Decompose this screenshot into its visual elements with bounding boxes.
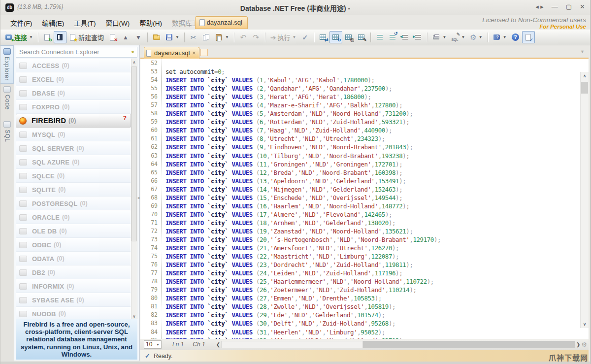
code-line: INSERT INTO `city` VALUES (3,'Herat','AF… <box>165 93 580 101</box>
unformat-button[interactable]: ↺ <box>386 31 399 43</box>
indent-right-button[interactable]: ▸ <box>412 31 425 43</box>
document-tab-button[interactable]: dayanzai.sql <box>195 16 248 29</box>
db-item-sql-azure[interactable]: SQL AZURE(0) <box>16 155 131 169</box>
refresh-button[interactable]: ↻ <box>41 31 54 43</box>
code-line: INSERT INTO `city` VALUES (20,'´s-Hertog… <box>165 235 580 244</box>
editor-vscrollbar[interactable]: ∧ ∨ <box>580 72 589 328</box>
db-item-sybase-ase[interactable]: SYBASE ASE(0) <box>16 293 131 307</box>
code-line: INSERT INTO `city` VALUES (30,'Delft','N… <box>165 319 580 328</box>
zoom-select[interactable]: 10▼ <box>144 340 162 349</box>
validate-button[interactable]: ✓ <box>298 31 311 43</box>
scroll-up-icon[interactable]: ∧ <box>581 72 589 80</box>
scroll-thumb[interactable] <box>581 82 588 94</box>
redo-button[interactable]: ↷ <box>250 31 263 43</box>
next-button[interactable]: ▼ <box>132 31 145 43</box>
grid-copy-button[interactable]: ⎘ <box>342 31 355 43</box>
scroll-thumb[interactable] <box>131 66 137 241</box>
search-input[interactable]: Search Connection Explorer * <box>16 47 137 58</box>
menu-工具(T)[interactable]: 工具(T) <box>69 15 100 31</box>
status-bar: ✓ Ready. <box>140 350 589 362</box>
scroll-up-icon[interactable]: ∧ <box>131 59 137 66</box>
close-query-button[interactable]: ✕ <box>106 31 119 43</box>
tab-explorer[interactable]: Explorer <box>0 45 14 84</box>
db-item-sql-server[interactable]: SQL SERVER(0) <box>16 141 131 155</box>
hscroll-thumb[interactable] <box>221 341 363 348</box>
menu-文件(F)[interactable]: 文件(F) <box>5 15 37 31</box>
editor-pane: dayanzai.sql × ▼ 52535455565758596061626… <box>140 45 589 350</box>
tab-close-icon[interactable]: × <box>192 50 196 57</box>
code-line: INSERT INTO `city` VALUES (26,'Zoetermee… <box>165 286 580 294</box>
db-item-access[interactable]: ACCESS(0) <box>16 59 131 72</box>
window-nav-icon[interactable]: ◂ ▸ <box>535 3 544 10</box>
tab-code[interactable]: Code <box>0 84 14 112</box>
paste-button[interactable]: ▼ <box>213 31 231 43</box>
check-icon: ✓ <box>302 33 308 41</box>
odata-icon <box>19 256 27 262</box>
doc-check-button[interactable]: ✓ <box>522 31 535 43</box>
copy-button[interactable] <box>200 31 213 43</box>
about-button[interactable]: ? <box>509 31 522 43</box>
tab-list-icon[interactable]: ▼ <box>580 49 585 54</box>
cut-button[interactable]: ✂ <box>187 31 200 43</box>
transform-grid-button[interactable]: ⇄ <box>317 31 329 43</box>
db-item-mysql[interactable]: MYSQL(0) <box>16 128 131 141</box>
db-item-excel[interactable]: EXCEL(0) <box>16 72 131 86</box>
help-book-button[interactable]: ▼ <box>491 31 509 43</box>
hscroll-left-icon[interactable]: ❮ <box>216 342 220 347</box>
close-button[interactable]: ✕ <box>580 3 585 10</box>
db-item-nuodb[interactable]: NUODB(0) <box>16 307 131 321</box>
grid-view-button[interactable]: ↻ <box>329 31 342 43</box>
minimize-button[interactable]: — <box>552 3 558 10</box>
db-item-oracle[interactable]: ORACLE(0) <box>16 210 131 224</box>
grid-save-button[interactable]: ✎ <box>355 31 368 43</box>
print-button[interactable]: ▼ <box>430 31 449 43</box>
scroll-down-icon[interactable]: ∨ <box>581 320 589 328</box>
db-item-odata[interactable]: ODATA(0) <box>16 252 131 265</box>
undo-button[interactable]: ↶ <box>237 31 250 43</box>
db-item-informix[interactable]: INFORMIX(0) <box>16 279 131 293</box>
db-name: ORACLE <box>32 214 60 221</box>
collapse-handle-icon[interactable]: ◂ <box>137 196 139 200</box>
sql-tools-button[interactable]: SQL✎▼ <box>449 31 467 43</box>
menu-帮助(H)[interactable]: 帮助(H) <box>134 15 167 31</box>
db-item-firebird[interactable]: FIREBIRD(0)? <box>16 114 131 128</box>
db-name: SQL AZURE <box>32 159 69 166</box>
editor-gear-icon[interactable]: ⚙ <box>581 341 587 348</box>
hscroll-right-icon[interactable]: ❯ <box>576 342 580 347</box>
db-item-ole-db[interactable]: OLE DB(0) <box>16 224 131 238</box>
connect-button[interactable]: ▸ 连接▼ <box>2 31 35 43</box>
db-item-sqlite[interactable]: SQLITE(0) <box>16 183 131 197</box>
db-item-postgresql[interactable]: POSTGRESQL(0) <box>16 197 131 210</box>
indent-left-button[interactable]: ◂ <box>399 31 412 43</box>
db-item-sqlce[interactable]: SQLCE(0) <box>16 169 131 183</box>
db-item-dbase[interactable]: DBASE(0) <box>16 86 131 100</box>
code-line: INSERT INTO `city` VALUES (8,'Utrecht','… <box>165 134 580 143</box>
execute-button[interactable]: ➔ 执行▼ <box>268 31 299 43</box>
open-button[interactable] <box>150 31 163 43</box>
editor-tab[interactable]: dayanzai.sql × <box>144 47 199 59</box>
db-name: ODATA <box>32 255 54 263</box>
code-area[interactable]: 5253545556575859606162636465666768697071… <box>140 59 589 339</box>
maximize-button[interactable]: ▢ <box>566 3 572 10</box>
db-item-foxpro[interactable]: FOXPRO(0) <box>16 100 131 114</box>
save-button[interactable]: ▼ <box>163 31 182 43</box>
format-button[interactable] <box>373 31 386 43</box>
settings-button[interactable]: ⚙▼ <box>467 31 485 43</box>
db-name: MYSQL <box>32 131 55 138</box>
menu-编辑(E)[interactable]: 编辑(E) <box>37 15 69 31</box>
sidebar-scrollbar[interactable]: ∧ ∨ <box>131 59 137 321</box>
toggle-explorer-button[interactable] <box>54 31 66 43</box>
foxpro-icon <box>19 104 27 110</box>
new-tab-box[interactable] <box>200 49 208 56</box>
db-item-odbc[interactable]: ODBC(0) <box>16 238 131 252</box>
line-number-gutter: 5253545556575859606162636465666768697071… <box>140 59 162 339</box>
code-line: INSERT INTO `city` VALUES (27,'Emmen','N… <box>165 294 580 302</box>
tab-sql[interactable]: SQL <box>0 119 14 145</box>
db-item-db2[interactable]: DB2(0) <box>16 265 131 279</box>
db-name: SQLCE <box>32 172 55 180</box>
new-query-button[interactable]: ★ 新建查询 <box>66 31 106 43</box>
editor-hscrollbar[interactable] <box>221 341 575 348</box>
menu-窗口(W)[interactable]: 窗口(W) <box>101 15 135 31</box>
previous-button[interactable]: ▲ <box>119 31 132 43</box>
code-lines[interactable]: set autocommit=0;INSERT INTO `city` VALU… <box>162 59 580 339</box>
